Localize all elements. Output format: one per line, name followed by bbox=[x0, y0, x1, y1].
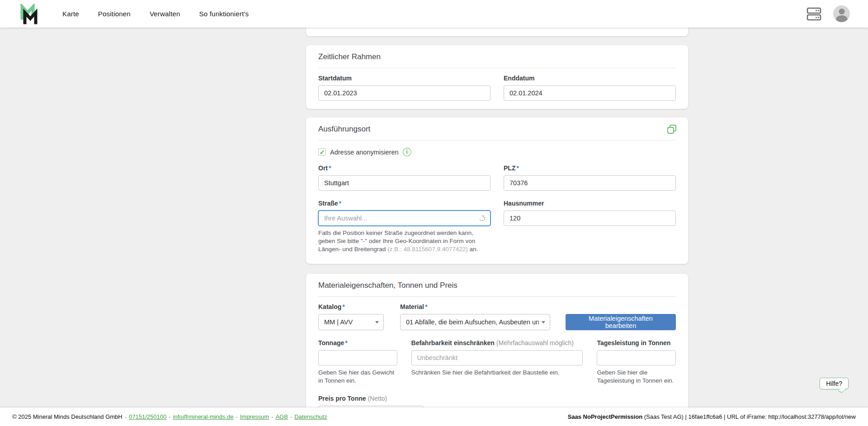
section-title: Materialeigenschaften, Tonnen und Preis bbox=[318, 281, 676, 290]
footer-link-datenschutz[interactable]: Datenschutz bbox=[294, 413, 327, 420]
tonnage-label-text: Tonnage bbox=[318, 339, 344, 346]
section-zeitlicher-rahmen: Zeitlicher Rahmen Startdatum Enddatum bbox=[306, 45, 688, 109]
divider bbox=[318, 140, 676, 140]
divider bbox=[318, 296, 676, 297]
strasse-hint-example: (z.B.: 48.8115607,9.4077422) bbox=[387, 246, 468, 253]
nav-item-verwalten[interactable]: Verwalten bbox=[150, 10, 180, 18]
footer-separator: · bbox=[169, 413, 170, 420]
tonnage-label: Tonnage* bbox=[318, 339, 397, 346]
tagesleistung-hint: Geben Sie hier die Tagesleistung in Tonn… bbox=[597, 369, 676, 385]
strasse-label-text: Straße bbox=[318, 200, 338, 207]
avatar-body-icon bbox=[836, 15, 847, 22]
required-marker: * bbox=[345, 339, 347, 346]
befahrbarkeit-hint: Schränken Sie hier die Befahrbarkeit der… bbox=[411, 369, 583, 377]
material-label-text: Material bbox=[400, 303, 424, 310]
page-footer: © 2025 Mineral Minds Deutschland GmbH · … bbox=[0, 407, 868, 426]
nav-item-positionen[interactable]: Positionen bbox=[98, 10, 131, 18]
main-navigation: Karte Positionen Verwalten So funktionie… bbox=[62, 10, 249, 18]
strasse-hint: Falls die Position keiner Straße zugeord… bbox=[318, 229, 486, 253]
footer-separator: · bbox=[125, 413, 127, 420]
footer-separator: · bbox=[236, 413, 237, 420]
hausnummer-field-group: Hausnummer bbox=[504, 200, 676, 253]
tonnage-input[interactable] bbox=[318, 350, 397, 365]
mineral-minds-logo[interactable] bbox=[16, 3, 40, 25]
footer-link-agb[interactable]: AGB bbox=[275, 413, 288, 420]
user-avatar[interactable] bbox=[833, 5, 850, 22]
ort-input[interactable] bbox=[318, 175, 491, 191]
navbar-right bbox=[807, 5, 850, 22]
footer-env-name: Saas NoProjectPermission bbox=[568, 413, 642, 420]
strasse-label: Straße* bbox=[318, 200, 491, 207]
plz-label: PLZ* bbox=[504, 164, 676, 172]
required-marker: * bbox=[342, 303, 344, 310]
logo-icon bbox=[16, 4, 40, 24]
section-ausfuehrungsort: Ausführungsort ✓ Adresse anonymisieren i… bbox=[306, 117, 688, 264]
strasse-field-group: Straße* Falls die Position keiner Straße… bbox=[318, 200, 491, 253]
katalog-select[interactable]: MM | AVV bbox=[318, 314, 384, 330]
material-field-group: Material* 01 Abfälle, die beim Aufsuchen… bbox=[400, 303, 550, 330]
hausnummer-input[interactable] bbox=[504, 211, 676, 226]
footer-link-email[interactable]: info@mineral-minds.de bbox=[173, 413, 234, 420]
help-button[interactable]: Hilfe? bbox=[820, 378, 849, 389]
anonymize-checkbox[interactable]: ✓ bbox=[318, 148, 326, 156]
tagesleistung-label: Tagesleistung in Tonnen bbox=[597, 339, 676, 346]
ort-label-text: Ort bbox=[318, 164, 328, 172]
startdatum-label: Startdatum bbox=[318, 75, 491, 82]
startdatum-input[interactable] bbox=[318, 85, 491, 101]
ort-field-group: Ort* bbox=[318, 164, 491, 191]
tonnage-hint: Geben Sie hier das Gewicht in Tonnen ein… bbox=[318, 369, 397, 385]
preis-label: Preis pro Tonne (Netto) bbox=[318, 395, 424, 402]
katalog-selected-value: MM | AVV bbox=[324, 318, 373, 326]
footer-separator: · bbox=[290, 413, 292, 420]
footer-separator: · bbox=[271, 413, 273, 420]
required-marker: * bbox=[339, 200, 341, 207]
chevron-down-icon bbox=[542, 321, 545, 323]
material-select[interactable]: 01 Abfälle, die beim Aufsuchen, Ausbeute… bbox=[400, 314, 550, 330]
footer-environment-info: Saas NoProjectPermission (Saas Test AG) … bbox=[568, 413, 856, 420]
enddatum-input[interactable] bbox=[504, 85, 676, 101]
katalog-field-group: Katalog* MM | AVV bbox=[318, 303, 384, 330]
startdatum-field-group: Startdatum bbox=[318, 75, 491, 101]
copy-icon[interactable] bbox=[666, 124, 677, 135]
chevron-down-icon bbox=[375, 321, 379, 323]
tagesleistung-field-group: Tagesleistung in Tonnen Geben Sie hier d… bbox=[597, 339, 676, 385]
top-navbar: Karte Positionen Verwalten So funktionie… bbox=[0, 0, 868, 28]
befahrbarkeit-field-group: Befahrbarkeit einschränken (Mehrfachausw… bbox=[411, 339, 583, 385]
section-materialeigenschaften: Materialeigenschaften, Tonnen und Preis … bbox=[306, 274, 688, 426]
nav-item-so-funktionierts[interactable]: So funktioniert's bbox=[199, 10, 249, 18]
avatar-head-icon bbox=[839, 9, 844, 14]
ort-label: Ort* bbox=[318, 164, 491, 172]
material-selected-value: 01 Abfälle, die beim Aufsuchen, Ausbeute… bbox=[406, 318, 539, 326]
tonnage-field-group: Tonnage* Geben Sie hier das Gewicht in T… bbox=[318, 339, 397, 385]
befahrbarkeit-input[interactable] bbox=[411, 350, 583, 365]
enddatum-label: Enddatum bbox=[504, 75, 676, 82]
preis-label-text: Preis pro Tonne bbox=[318, 395, 366, 402]
materialeigenschaften-bearbeiten-button[interactable]: Materialeigenschaften bearbeiten bbox=[566, 314, 676, 330]
section-title: Ausführungsort bbox=[318, 125, 676, 134]
server-icon[interactable] bbox=[807, 7, 821, 21]
nav-item-karte[interactable]: Karte bbox=[62, 10, 79, 18]
material-label: Material* bbox=[400, 303, 550, 310]
katalog-material-row: Katalog* MM | AVV Material* 01 Abfälle, … bbox=[318, 303, 676, 330]
plz-input[interactable] bbox=[504, 175, 676, 191]
footer-link-impressum[interactable]: Impressum bbox=[240, 413, 269, 420]
tonnage-row: Tonnage* Geben Sie hier das Gewicht in T… bbox=[318, 339, 676, 385]
tagesleistung-input[interactable] bbox=[597, 350, 676, 365]
footer-env-details: (Saas Test AG) | 16fae1ffc6a6 | URL of i… bbox=[642, 413, 856, 420]
info-icon[interactable]: i bbox=[403, 148, 411, 156]
footer-copyright: © 2025 Mineral Minds Deutschland GmbH bbox=[12, 413, 123, 420]
hausnummer-label: Hausnummer bbox=[504, 200, 676, 207]
footer-link-phone[interactable]: 07151/250100 bbox=[129, 413, 166, 420]
checkmark-icon: ✓ bbox=[320, 149, 325, 155]
divider bbox=[318, 68, 676, 68]
section-title: Zeitlicher Rahmen bbox=[318, 52, 676, 61]
strasse-input-wrap bbox=[318, 211, 491, 226]
required-marker: * bbox=[516, 164, 519, 172]
anonymize-label: Adresse anonymisieren bbox=[330, 149, 399, 156]
befahrbarkeit-label-note: (Mehrfachauswahl möglich) bbox=[496, 339, 574, 346]
plz-label-text: PLZ bbox=[504, 164, 515, 172]
required-marker: * bbox=[425, 303, 427, 310]
strasse-hint-suffix: an. bbox=[468, 246, 478, 253]
strasse-input[interactable] bbox=[318, 211, 491, 226]
katalog-label-text: Katalog bbox=[318, 303, 341, 310]
